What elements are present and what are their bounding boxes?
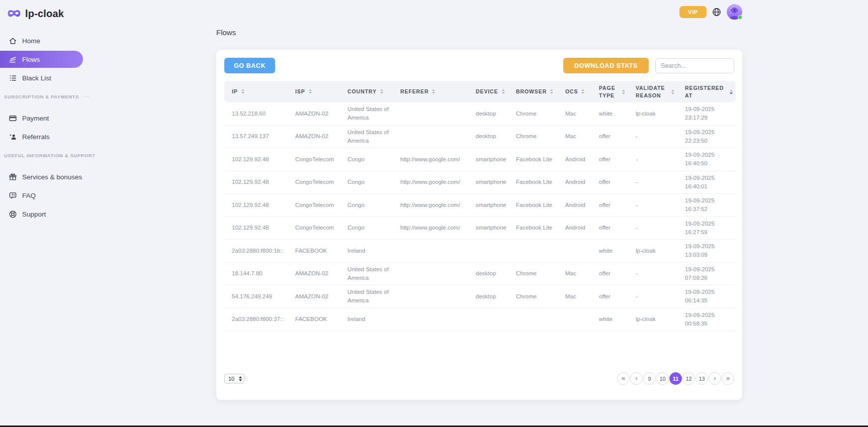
table-row: 2a03:2880:f800:37::FACEBOOKIrelandwhitel… — [224, 308, 736, 331]
cell-browser: Chrome — [508, 285, 558, 308]
cell-isp: CongoTelecom — [288, 148, 340, 171]
cell-validate-reason: lp-cloak — [628, 308, 677, 331]
cell-registered-at: 19-09-2025 00:58:35 — [677, 308, 736, 331]
cell-isp: AMAZON-02 — [288, 262, 340, 285]
flows-icon — [9, 55, 17, 64]
sidebar-item-support[interactable]: Support — [0, 205, 83, 223]
cell-browser — [508, 240, 558, 263]
cell-page-type: offer — [591, 171, 628, 194]
bulleted-list-icon — [9, 74, 17, 82]
cell-ip: 102.129.92.48 — [224, 194, 288, 217]
column-header-validate-reason[interactable]: VALIDATE REASON — [628, 81, 677, 102]
column-header-registered-at[interactable]: REGISTERED AT — [677, 81, 736, 102]
page-size-select[interactable]: 10 — [224, 374, 244, 383]
cell-page-type: white — [591, 102, 628, 125]
user-avatar[interactable] — [727, 4, 742, 20]
cell-device — [468, 308, 508, 331]
prev-page-button[interactable]: ‹ — [630, 372, 643, 385]
gift-icon — [9, 173, 17, 181]
cell-browser — [508, 308, 558, 331]
cell-validate-reason: - — [628, 217, 677, 240]
cell-isp: AMAZON-02 — [288, 102, 340, 125]
language-globe-icon[interactable] — [712, 8, 721, 17]
cell-ocs — [558, 240, 591, 263]
sidebar-item-faq[interactable]: ?! FAQ — [0, 187, 83, 204]
column-header-ip[interactable]: IP — [224, 81, 288, 102]
cell-validate-reason: - — [628, 171, 677, 194]
page-button-11-active[interactable]: 11 — [669, 372, 682, 385]
column-header-country[interactable]: COUNTRY — [340, 81, 393, 102]
cell-ocs: Mac — [558, 125, 591, 148]
cell-browser: Chrome — [508, 102, 558, 125]
cell-ip: 102.129.92.48 — [224, 171, 288, 194]
cell-browser: Facebook Lite — [508, 217, 558, 240]
sort-icon — [581, 89, 584, 94]
cell-ocs: Mac — [558, 285, 591, 308]
faq-bubble-icon: ?! — [9, 191, 17, 200]
cell-browser: Facebook Lite — [508, 148, 558, 171]
last-page-button[interactable]: » — [722, 372, 734, 385]
sidebar-item-black-list[interactable]: Black List — [0, 69, 83, 86]
card-toolbar: GO BACK DOWNLOAD STATS — [224, 57, 734, 74]
credit-card-icon — [9, 114, 17, 123]
cell-validate-reason: - — [628, 285, 677, 308]
cell-ip: 2a03:2880:f800:1b:: — [224, 240, 288, 263]
main-area: VIP Flows — [91, 0, 868, 427]
cell-isp: FACEBOOK — [288, 240, 340, 263]
column-header-page-type[interactable]: PAGE TYPE — [591, 81, 628, 102]
cell-country: Ireland — [340, 308, 393, 331]
search-input[interactable] — [655, 58, 734, 73]
cell-registered-at: 19-09-2025 23:17:29 — [677, 102, 736, 125]
cell-page-type: offer — [591, 262, 628, 285]
cell-ip: 2a03:2880:f800:37:: — [224, 308, 288, 331]
sidebar-item-payment[interactable]: Payment — [0, 110, 83, 127]
cell-referer: http://www.google.com/ — [393, 148, 468, 171]
cell-registered-at: 19-09-2025 16:40:50 — [677, 148, 736, 171]
cell-referer — [393, 240, 468, 263]
cell-validate-reason: - — [628, 262, 677, 285]
vip-button[interactable]: VIP — [679, 6, 707, 18]
first-page-button[interactable]: « — [617, 372, 630, 385]
life-buoy-icon — [9, 210, 17, 219]
cell-ocs — [558, 308, 591, 331]
sidebar-section-title: USEFUL INFORMATION & SUPPORT — [0, 153, 91, 158]
cell-registered-at: 19-09-2025 16:37:52 — [677, 194, 736, 217]
column-header-referer[interactable]: REFERER — [393, 81, 468, 102]
cell-device — [468, 240, 508, 263]
column-header-browser[interactable]: BROWSER — [508, 81, 558, 102]
cell-device: desktop — [468, 262, 508, 285]
cell-ip: 102.129.92.48 — [224, 217, 288, 240]
column-header-ocs[interactable]: OCS — [558, 81, 591, 102]
home-icon — [9, 37, 17, 45]
cell-isp: CongoTelecom — [288, 217, 340, 240]
pagination: « ‹ 9 10 11 12 13 › » — [617, 372, 734, 385]
sidebar-nav-payments: Payment Referrals — [0, 110, 91, 145]
cell-referer — [393, 125, 468, 148]
cell-validate-reason: - — [628, 194, 677, 217]
next-page-button[interactable]: › — [709, 372, 721, 385]
sidebar-item-referrals[interactable]: Referrals — [0, 128, 83, 145]
cell-ip: 13.52.218.60 — [224, 102, 288, 125]
sidebar-item-label: Support — [22, 210, 46, 218]
sidebar-item-services-bonuses[interactable]: Services & bonuses — [0, 168, 83, 185]
sidebar-item-home[interactable]: Home — [0, 32, 83, 49]
brand-logo[interactable]: lp-cloak — [0, 5, 91, 22]
column-header-isp[interactable]: ISP — [288, 81, 340, 102]
cell-registered-at: 19-09-2025 22:23:50 — [677, 125, 736, 148]
cell-browser: Chrome — [508, 125, 558, 148]
go-back-button[interactable]: GO BACK — [224, 58, 275, 73]
column-header-device[interactable]: DEVICE — [468, 81, 508, 102]
page-button-10[interactable]: 10 — [656, 372, 669, 385]
svg-text:?!: ?! — [11, 193, 15, 197]
page-button-9[interactable]: 9 — [643, 372, 656, 385]
sidebar-item-label: Services & bonuses — [22, 173, 82, 181]
page-button-13[interactable]: 13 — [696, 372, 708, 385]
cell-country: United States of America — [340, 125, 393, 148]
page-button-12[interactable]: 12 — [682, 372, 695, 385]
download-stats-button[interactable]: DOWNLOAD STATS — [563, 58, 649, 73]
sort-icon — [550, 89, 553, 94]
table-row: 102.129.92.48CongoTelecomCongohttp://www… — [224, 148, 736, 171]
cell-referer: http://www.google.com/ — [393, 217, 468, 240]
cell-referer: http://www.google.com/ — [393, 171, 468, 194]
sidebar-item-flows[interactable]: Flows — [0, 51, 83, 68]
